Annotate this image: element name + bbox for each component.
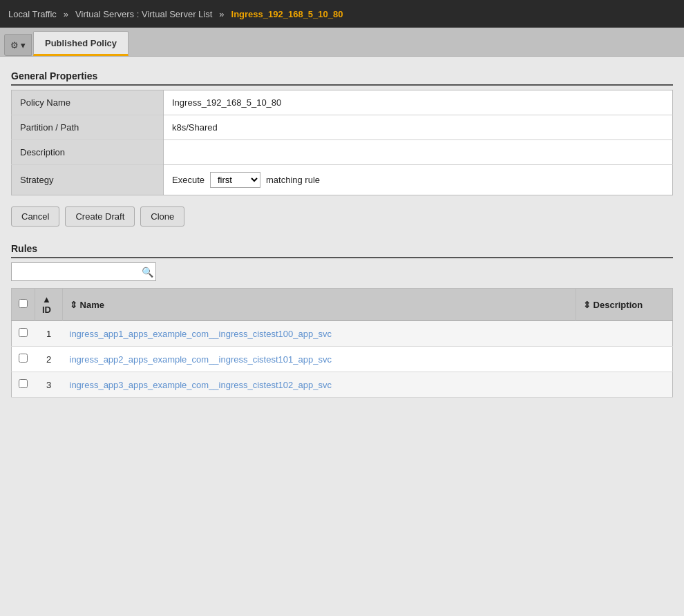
partition-path-label: Partition / Path <box>12 115 164 140</box>
general-properties-heading: General Properties <box>11 70 673 86</box>
select-all-checkbox[interactable] <box>19 299 28 308</box>
policy-name-row: Policy Name Ingress_192_168_5_10_80 <box>12 90 673 115</box>
header-checkbox-cell <box>12 289 35 321</box>
row-checkbox-cell <box>12 321 35 347</box>
cancel-button[interactable]: Cancel <box>11 206 59 227</box>
row-id: 2 <box>35 347 63 372</box>
table-row: 3ingress_app3_apps_example_com__ingress_… <box>12 372 673 398</box>
clone-button[interactable]: Clone <box>140 206 184 227</box>
row-id: 3 <box>35 372 63 398</box>
strategy-select[interactable]: first all best <box>210 172 260 188</box>
header-id[interactable]: ▲ ID <box>35 289 63 321</box>
search-wrapper: 🔍 <box>11 262 156 281</box>
search-bar: 🔍 <box>11 262 673 281</box>
nav-item-active: Ingress_192_168_5_10_80 <box>231 9 343 19</box>
nav-item-virtual-servers[interactable]: Virtual Servers : Virtual Server List <box>75 9 212 19</box>
row-name[interactable]: ingress_app1_apps_example_com__ingress_c… <box>63 321 576 347</box>
rules-heading: Rules <box>11 243 673 258</box>
policy-name-label: Policy Name <box>12 90 164 115</box>
row-name-link[interactable]: ingress_app3_apps_example_com__ingress_c… <box>70 380 332 390</box>
dropdown-arrow-icon: ▾ <box>21 40 26 50</box>
description-value <box>164 140 673 165</box>
rules-section: Rules 🔍 ▲ ID <box>11 243 673 398</box>
nav-sep-1: » <box>64 9 68 19</box>
main-content: General Properties Policy Name Ingress_1… <box>0 57 684 412</box>
row-checkbox-cell <box>12 347 35 372</box>
strategy-row: Strategy Execute first all best matching… <box>12 165 673 195</box>
nav-sep-2: » <box>219 9 224 19</box>
partition-path-row: Partition / Path k8s/Shared <box>12 115 673 140</box>
row-checkbox-cell <box>12 372 35 398</box>
strategy-execute-text: Execute <box>172 175 205 185</box>
gear-icon: ⚙ <box>10 40 19 50</box>
create-draft-button[interactable]: Create Draft <box>65 206 135 227</box>
header-description[interactable]: ⇕ Description <box>576 289 673 321</box>
strategy-cell: Execute first all best matching rule <box>164 165 673 195</box>
row-name-link[interactable]: ingress_app2_apps_example_com__ingress_c… <box>70 354 332 365</box>
description-row: Description <box>12 140 673 165</box>
row-description <box>576 347 673 372</box>
strategy-suffix-text: matching rule <box>266 175 320 185</box>
description-label: Description <box>12 140 164 165</box>
tab-published-policy[interactable]: Published Policy <box>33 31 129 56</box>
gear-dropdown-button[interactable]: ⚙ ▾ <box>4 34 32 56</box>
rules-table-header: ▲ ID ⇕ Name ⇕ Description <box>12 289 673 321</box>
name-sort-label: ⇕ Name <box>70 300 104 310</box>
search-icon-button[interactable]: 🔍 <box>142 267 153 278</box>
tab-bar: ⚙ ▾ Published Policy <box>0 28 684 57</box>
table-row: 2ingress_app2_apps_example_com__ingress_… <box>12 347 673 372</box>
table-row: 1ingress_app1_apps_example_com__ingress_… <box>12 321 673 347</box>
nav-item-local-traffic[interactable]: Local Traffic <box>8 9 57 19</box>
row-checkbox[interactable] <box>19 354 28 363</box>
policy-name-value: Ingress_192_168_5_10_80 <box>164 90 673 115</box>
row-id: 1 <box>35 321 63 347</box>
description-sort-label: ⇕ Description <box>583 300 643 310</box>
rules-table: ▲ ID ⇕ Name ⇕ Description 1ingress_app1_… <box>11 288 673 398</box>
partition-path-value: k8s/Shared <box>164 115 673 140</box>
row-description <box>576 321 673 347</box>
row-checkbox[interactable] <box>19 379 28 388</box>
general-properties-table: Policy Name Ingress_192_168_5_10_80 Part… <box>11 90 673 195</box>
row-checkbox[interactable] <box>19 328 28 337</box>
rules-search-input[interactable] <box>11 262 156 281</box>
row-name-link[interactable]: ingress_app1_apps_example_com__ingress_c… <box>70 329 332 339</box>
search-icon: 🔍 <box>142 267 153 278</box>
top-nav: Local Traffic » Virtual Servers : Virtua… <box>0 0 684 28</box>
id-sort-label: ▲ ID <box>42 294 51 315</box>
row-name[interactable]: ingress_app3_apps_example_com__ingress_c… <box>63 372 576 398</box>
row-name[interactable]: ingress_app2_apps_example_com__ingress_c… <box>63 347 576 372</box>
action-buttons: Cancel Create Draft Clone <box>11 206 673 227</box>
header-name[interactable]: ⇕ Name <box>63 289 576 321</box>
row-description <box>576 372 673 398</box>
strategy-label: Strategy <box>12 165 164 195</box>
